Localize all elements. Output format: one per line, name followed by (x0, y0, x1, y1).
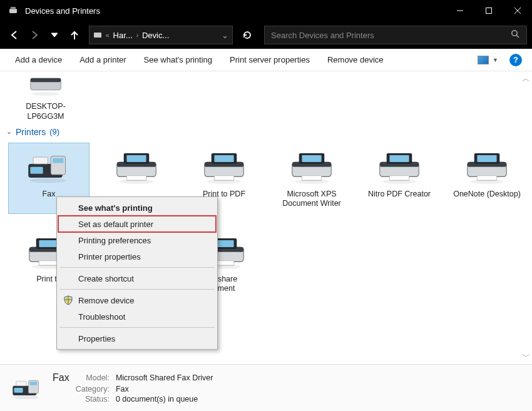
printer-icon (463, 147, 511, 186)
menu-item-label: See what's printing (78, 203, 153, 213)
details-key: Category: (76, 385, 110, 393)
chevron-right-icon: › (136, 32, 138, 39)
menu-item[interactable]: Create shortcut (58, 270, 216, 287)
menu-separator (59, 267, 215, 268)
chevron-down-icon: ▼ (493, 57, 498, 63)
device-item[interactable]: DESKTOP-LP6GG3M (11, 71, 80, 122)
svg-rect-15 (9, 9, 17, 13)
menu-item[interactable]: See what's printing (58, 200, 216, 216)
details-key: Model: (76, 373, 110, 382)
breadcrumb-root: « (106, 32, 110, 39)
svg-rect-16 (11, 7, 16, 9)
item-label: Fax (43, 190, 56, 210)
menu-item[interactable]: Properties (58, 330, 216, 347)
menu-item[interactable]: Troubleshoot (58, 308, 216, 325)
breadcrumb-2[interactable]: Devic... (142, 31, 169, 40)
location-icon (93, 31, 102, 39)
search-box[interactable]: Search Devices and Printers (264, 26, 527, 44)
print-server-props-button[interactable]: Print server properties (221, 51, 319, 68)
printer-icon (287, 147, 336, 186)
item-label: Microsoft XPS Document Writer (273, 190, 350, 210)
content-area: ︿ DESKTOP-LP6GG3M ⌄ Printers (9) FaxPrin… (0, 71, 532, 364)
menu-item-label: Properties (78, 334, 115, 343)
details-value: Microsoft Shared Fax Driver (116, 373, 213, 382)
menu-item-label: Set as default printer (78, 220, 153, 229)
printer-item[interactable]: Microsoft XPS Document Writer (272, 143, 352, 213)
menu-item-label: Printing preferences (78, 236, 151, 245)
menu-item-label: Printer properties (78, 252, 141, 261)
view-options-button[interactable]: ▼ (474, 53, 502, 67)
maximize-button[interactable] (474, 0, 503, 21)
add-device-button[interactable]: Add a device (6, 51, 71, 68)
recent-button[interactable] (45, 26, 64, 44)
window-title: Devices and Printers (25, 6, 446, 16)
address-bar[interactable]: « Har... › Devic... ⌄ (89, 26, 233, 44)
printer-icon (200, 147, 248, 186)
refresh-button[interactable] (237, 26, 258, 44)
printer-item[interactable]: OneNote (Desktop) (447, 143, 527, 213)
titlebar: Devices and Printers (0, 0, 532, 21)
menu-item[interactable]: Remove device (58, 292, 216, 308)
svg-point-24 (512, 31, 517, 36)
menu-item-label: Create shortcut (78, 274, 134, 283)
remove-device-button[interactable]: Remove device (319, 51, 392, 68)
item-label: OneNote (Desktop) (453, 190, 521, 210)
shield-icon (63, 295, 73, 305)
see-printing-button[interactable]: See what's printing (135, 51, 221, 68)
group-header-printers[interactable]: ⌄ Printers (9) (0, 122, 532, 140)
svg-rect-23 (94, 33, 101, 38)
help-button[interactable]: ? (509, 54, 522, 66)
svg-line-25 (516, 35, 519, 38)
menu-item[interactable]: Printing preferences (58, 232, 216, 248)
chevron-down-icon[interactable]: ⌄ (222, 31, 228, 40)
menu-item-label: Remove device (78, 296, 135, 305)
printer-item[interactable]: Nitro PDF Creator (359, 143, 439, 213)
menu-item[interactable]: Set as default printer (58, 216, 216, 232)
add-printer-button[interactable]: Add a printer (71, 51, 135, 68)
up-button[interactable] (65, 26, 84, 44)
search-placeholder: Search Devices and Printers (271, 31, 511, 40)
view-icon (478, 56, 489, 64)
details-title: Fax (53, 372, 69, 383)
item-label: Nitro PDF Creator (368, 190, 431, 210)
menu-item-label: Troubleshoot (78, 312, 125, 322)
app-icon (8, 5, 19, 16)
chevron-down-icon: ⌄ (6, 128, 12, 136)
details-value: 0 document(s) in queue (116, 395, 213, 403)
close-button[interactable] (503, 0, 532, 21)
device-label: DESKTOP-LP6GG3M (11, 101, 80, 122)
back-button[interactable] (5, 26, 24, 44)
svg-marker-21 (51, 33, 58, 37)
scroll-up-button[interactable]: ︿ (521, 74, 531, 84)
breadcrumb-1[interactable]: Har... (113, 31, 133, 40)
menu-separator (59, 327, 215, 328)
details-pane: Fax Model: Microsoft Shared Fax Driver C… (0, 364, 532, 411)
printer-icon (112, 147, 161, 186)
menu-separator (59, 289, 215, 290)
navbar: « Har... › Devic... ⌄ Search Devices and… (0, 21, 532, 49)
details-value: Fax (116, 385, 213, 393)
minimize-button[interactable] (446, 0, 474, 21)
context-menu: See what's printingSet as default printe… (56, 196, 218, 350)
svg-rect-18 (486, 8, 492, 14)
menu-item[interactable]: Printer properties (58, 248, 216, 265)
printer-icon (375, 147, 424, 186)
group-name: Printers (16, 127, 46, 137)
forward-button[interactable] (25, 26, 44, 44)
scroll-down-button[interactable]: ﹀ (521, 352, 531, 362)
fax-icon (24, 147, 73, 186)
toolbar: Add a device Add a printer See what's pr… (0, 49, 532, 71)
fax-icon (10, 371, 43, 405)
group-count: (9) (49, 127, 59, 136)
details-key: Status: (76, 395, 110, 403)
search-icon (511, 29, 520, 41)
